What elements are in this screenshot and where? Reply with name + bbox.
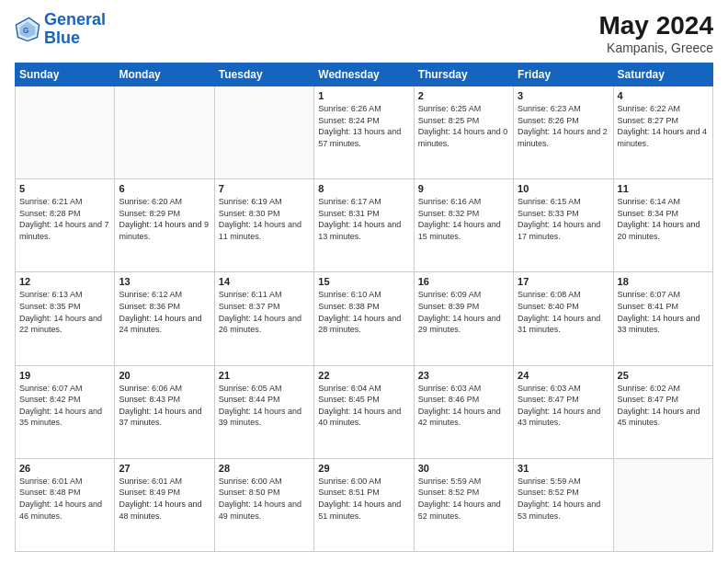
daylight-text: Daylight: 14 hours and 28 minutes. [318,313,409,336]
table-row: 18Sunrise: 6:07 AMSunset: 8:41 PMDayligh… [613,272,712,365]
day-info: Sunrise: 6:23 AMSunset: 8:26 PMDaylight:… [518,103,609,149]
sunset-text: Sunset: 8:51 PM [318,487,409,499]
table-row: 6Sunrise: 6:20 AMSunset: 8:29 PMDaylight… [115,179,214,272]
day-info: Sunrise: 6:02 AMSunset: 8:47 PMDaylight:… [618,383,709,429]
sunset-text: Sunset: 8:47 PM [618,394,709,406]
sunset-text: Sunset: 8:49 PM [119,487,210,499]
daylight-text: Daylight: 14 hours and 29 minutes. [418,313,509,336]
day-info: Sunrise: 6:07 AMSunset: 8:41 PMDaylight:… [618,289,709,335]
sunset-text: Sunset: 8:47 PM [518,394,609,406]
day-info: Sunrise: 6:14 AMSunset: 8:34 PMDaylight:… [618,196,709,242]
table-row: 2Sunrise: 6:25 AMSunset: 8:25 PMDaylight… [414,86,513,179]
day-number: 14 [219,276,310,287]
day-info: Sunrise: 6:15 AMSunset: 8:33 PMDaylight:… [518,196,609,242]
daylight-text: Daylight: 14 hours and 11 minutes. [219,219,310,242]
daylight-text: Daylight: 14 hours and 49 minutes. [219,499,310,522]
sunset-text: Sunset: 8:35 PM [19,301,110,313]
table-row: 19Sunrise: 6:07 AMSunset: 8:42 PMDayligh… [16,365,115,458]
day-info: Sunrise: 6:09 AMSunset: 8:39 PMDaylight:… [418,289,509,335]
calendar-week-row: 12Sunrise: 6:13 AMSunset: 8:35 PMDayligh… [16,272,713,365]
col-wednesday: Wednesday [314,63,414,86]
sunrise-text: Sunrise: 6:00 AM [219,476,310,488]
day-number: 12 [19,276,110,287]
table-row: 1Sunrise: 6:26 AMSunset: 8:24 PMDaylight… [314,86,414,179]
day-info: Sunrise: 6:08 AMSunset: 8:40 PMDaylight:… [518,289,609,335]
daylight-text: Daylight: 14 hours and 15 minutes. [418,219,509,242]
svg-text:G: G [23,25,29,34]
day-number: 28 [219,463,310,474]
daylight-text: Daylight: 14 hours and 42 minutes. [418,406,509,429]
daylight-text: Daylight: 14 hours and 13 minutes. [318,219,409,242]
sunset-text: Sunset: 8:29 PM [119,208,210,220]
day-number: 26 [19,463,110,474]
sunset-text: Sunset: 8:25 PM [418,115,509,127]
day-info: Sunrise: 6:10 AMSunset: 8:38 PMDaylight:… [318,289,409,335]
day-number: 31 [518,463,609,474]
day-number: 4 [618,90,709,101]
sunset-text: Sunset: 8:46 PM [418,394,509,406]
table-row: 24Sunrise: 6:03 AMSunset: 8:47 PMDayligh… [514,365,613,458]
sunrise-text: Sunrise: 6:26 AM [318,103,409,115]
table-row: 22Sunrise: 6:04 AMSunset: 8:45 PMDayligh… [314,365,414,458]
daylight-text: Daylight: 14 hours and 33 minutes. [618,313,709,336]
day-info: Sunrise: 6:03 AMSunset: 8:46 PMDaylight:… [418,383,509,429]
day-number: 18 [618,276,709,287]
table-row: 9Sunrise: 6:16 AMSunset: 8:32 PMDaylight… [414,179,513,272]
sunset-text: Sunset: 8:38 PM [318,301,409,313]
sunset-text: Sunset: 8:32 PM [418,208,509,220]
sunrise-text: Sunrise: 6:09 AM [418,289,509,301]
sunset-text: Sunset: 8:30 PM [219,208,310,220]
day-info: Sunrise: 5:59 AMSunset: 8:52 PMDaylight:… [418,476,509,522]
col-friday: Friday [514,63,613,86]
daylight-text: Daylight: 14 hours and 51 minutes. [318,499,409,522]
sunrise-text: Sunrise: 6:10 AM [318,289,409,301]
day-number: 7 [219,183,310,194]
table-row: 31Sunrise: 5:59 AMSunset: 8:52 PMDayligh… [514,458,613,551]
calendar-week-row: 19Sunrise: 6:07 AMSunset: 8:42 PMDayligh… [16,365,713,458]
day-info: Sunrise: 5:59 AMSunset: 8:52 PMDaylight:… [518,476,609,522]
calendar-header-row: Sunday Monday Tuesday Wednesday Thursday… [16,63,713,86]
sunrise-text: Sunrise: 6:22 AM [618,103,709,115]
day-number: 17 [518,276,609,287]
header: G General Blue May 2024 Kampanis, Greece [15,11,713,55]
daylight-text: Daylight: 14 hours and 22 minutes. [19,313,110,336]
title-block: May 2024 Kampanis, Greece [598,11,713,55]
col-thursday: Thursday [414,63,513,86]
sunrise-text: Sunrise: 6:11 AM [219,289,310,301]
sunset-text: Sunset: 8:50 PM [219,487,310,499]
daylight-text: Daylight: 14 hours and 9 minutes. [119,219,210,242]
sunrise-text: Sunrise: 6:13 AM [19,289,110,301]
sunset-text: Sunset: 8:34 PM [618,208,709,220]
table-row: 23Sunrise: 6:03 AMSunset: 8:46 PMDayligh… [414,365,513,458]
sunrise-text: Sunrise: 6:19 AM [219,196,310,208]
calendar-week-row: 5Sunrise: 6:21 AMSunset: 8:28 PMDaylight… [16,179,713,272]
col-saturday: Saturday [613,63,712,86]
day-number: 27 [119,463,210,474]
sunrise-text: Sunrise: 6:16 AM [418,196,509,208]
daylight-text: Daylight: 14 hours and 31 minutes. [518,313,609,336]
daylight-text: Daylight: 14 hours and 26 minutes. [219,313,310,336]
table-row: 10Sunrise: 6:15 AMSunset: 8:33 PMDayligh… [514,179,613,272]
day-number: 8 [318,183,409,194]
sunrise-text: Sunrise: 6:14 AM [618,196,709,208]
sunrise-text: Sunrise: 6:17 AM [318,196,409,208]
sunset-text: Sunset: 8:28 PM [19,208,110,220]
daylight-text: Daylight: 14 hours and 17 minutes. [518,219,609,242]
sunset-text: Sunset: 8:42 PM [19,394,110,406]
day-number: 22 [318,370,409,381]
day-info: Sunrise: 6:11 AMSunset: 8:37 PMDaylight:… [219,289,310,335]
table-row: 30Sunrise: 5:59 AMSunset: 8:52 PMDayligh… [414,458,513,551]
day-number: 9 [418,183,509,194]
day-number: 24 [518,370,609,381]
table-row: 27Sunrise: 6:01 AMSunset: 8:49 PMDayligh… [115,458,214,551]
day-info: Sunrise: 6:20 AMSunset: 8:29 PMDaylight:… [119,196,210,242]
day-number: 21 [219,370,310,381]
sunset-text: Sunset: 8:27 PM [618,115,709,127]
sunset-text: Sunset: 8:41 PM [618,301,709,313]
day-info: Sunrise: 6:12 AMSunset: 8:36 PMDaylight:… [119,289,210,335]
sunrise-text: Sunrise: 6:03 AM [518,383,609,395]
table-row: 4Sunrise: 6:22 AMSunset: 8:27 PMDaylight… [613,86,712,179]
sunrise-text: Sunrise: 6:07 AM [618,289,709,301]
day-number: 20 [119,370,210,381]
sunrise-text: Sunrise: 6:01 AM [119,476,210,488]
